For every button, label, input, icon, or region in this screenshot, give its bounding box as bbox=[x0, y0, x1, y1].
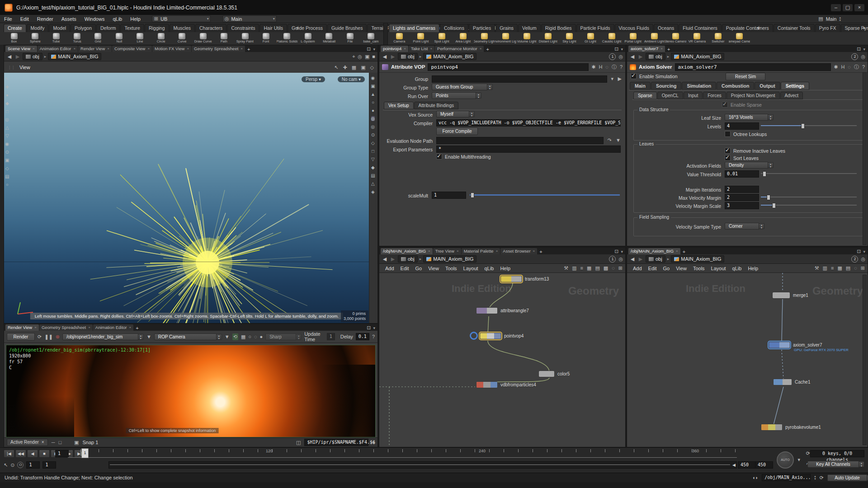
pane-tab[interactable]: Animation Editor× bbox=[93, 324, 133, 331]
velocity-sample-type-dropdown[interactable]: Corner▴▾ bbox=[725, 223, 764, 230]
pick-arrow-icon[interactable]: ▶ bbox=[618, 76, 622, 82]
view-icon[interactable]: ◉ bbox=[371, 75, 375, 80]
snapshot-icon[interactable]: ◎ bbox=[358, 54, 362, 60]
param-tab[interactable]: Settings bbox=[781, 82, 809, 90]
target-icon[interactable]: ◎ bbox=[618, 54, 623, 60]
maximize-button[interactable]: ▢ bbox=[843, 4, 853, 11]
pane-tab[interactable]: Tree View× bbox=[433, 248, 461, 254]
help-icon[interactable]: ? bbox=[862, 64, 865, 70]
enable-sparse-checkbox[interactable]: Enable Sparse bbox=[722, 102, 762, 108]
shelf-overflow-icon[interactable]: ▾ bbox=[863, 25, 865, 31]
node-cache1[interactable]: Cache1 bbox=[773, 379, 810, 385]
shelf-tool[interactable]: Font bbox=[255, 33, 276, 45]
breadcrumb-root[interactable]: obj bbox=[646, 255, 665, 263]
menu-item[interactable]: Edit bbox=[16, 16, 33, 22]
compiler-field[interactable]: vcc -q $VOP_INCLUDEPATH -o $VOP_OBJECTFI… bbox=[436, 119, 621, 127]
display-icon[interactable]: ▥ bbox=[572, 265, 576, 271]
node-name-field[interactable]: pointvop4 bbox=[428, 63, 589, 71]
minus-icon[interactable]: ─ bbox=[52, 440, 55, 445]
shelf-tab[interactable]: Oceans bbox=[654, 24, 678, 32]
shelf-tab[interactable]: Vellum bbox=[518, 24, 541, 32]
shelf-tool[interactable]: Torus bbox=[66, 33, 87, 45]
shelf-tool[interactable]: Distant Light bbox=[538, 33, 559, 45]
transport-button[interactable]: ◀◀ bbox=[15, 450, 26, 458]
velocity-margin-scale-field[interactable]: 3 bbox=[725, 202, 759, 209]
autokey-menu-icon[interactable]: ▾ bbox=[797, 457, 800, 463]
scrollbar[interactable] bbox=[863, 72, 867, 245]
shelf-tool[interactable]: Spray Paint bbox=[235, 33, 255, 45]
back-icon[interactable]: ◀ bbox=[382, 256, 388, 262]
view-icon[interactable]: ● bbox=[372, 108, 374, 113]
refresh-icon[interactable]: ⟳ bbox=[820, 475, 824, 481]
target-icon[interactable]: ◎ bbox=[861, 54, 865, 60]
breadcrumb-root[interactable]: obj bbox=[398, 255, 418, 263]
frame-ruler[interactable]: 1 120 240 360 bbox=[68, 449, 737, 458]
levels-slider[interactable] bbox=[761, 122, 857, 128]
close-tab-icon[interactable]: × bbox=[241, 47, 243, 51]
menu-item[interactable]: qLib bbox=[108, 16, 126, 22]
camera-selector[interactable]: ROP Camera▴▾ bbox=[154, 333, 222, 340]
param-tab[interactable]: Input bbox=[684, 92, 703, 99]
magnify-icon[interactable]: ◌ bbox=[254, 334, 257, 339]
auto-update-dropdown[interactable]: Auto Update▴▾ bbox=[827, 474, 868, 481]
node-pick-icon[interactable]: ▼ bbox=[146, 334, 151, 339]
tool-icon[interactable]: ⊙ bbox=[5, 150, 9, 155]
display-options-icon[interactable]: ■ bbox=[372, 54, 375, 59]
tool-icon[interactable]: ↖ bbox=[5, 76, 9, 81]
network-menu-item[interactable]: Layout bbox=[708, 266, 729, 271]
node-pick-icon[interactable]: ▼ bbox=[616, 137, 621, 143]
network-canvas[interactable]: Indie Edition Geometry transform13 attri… bbox=[379, 273, 625, 447]
rop-selector[interactable]: /obj/ropnet1/render_big_sim▴▾ bbox=[62, 333, 144, 340]
tool-icon[interactable]: ◉ bbox=[5, 141, 9, 146]
back-icon[interactable]: ◀ bbox=[629, 54, 636, 60]
shelf-tool[interactable]: Camera bbox=[389, 33, 410, 45]
eval-node-path-field[interactable] bbox=[436, 137, 604, 144]
tool-icon[interactable]: ● bbox=[6, 93, 9, 98]
close-tab-icon[interactable]: × bbox=[660, 47, 663, 51]
wrench-icon[interactable]: ⚒ bbox=[815, 265, 819, 271]
shelf-tool[interactable]: Spot Light bbox=[431, 33, 453, 45]
shelf-tool[interactable]: Volume Light bbox=[516, 33, 538, 45]
add-pane-tab[interactable]: + bbox=[538, 249, 544, 254]
close-tab-icon[interactable]: × bbox=[533, 249, 535, 253]
shelf-tool[interactable]: Area Light bbox=[453, 33, 474, 45]
shelf-tool[interactable]: Ambient Light bbox=[644, 33, 665, 45]
key-all-channels-dropdown[interactable]: Key All Channels▴▾ bbox=[807, 461, 864, 468]
pin-icon[interactable]: ⌖ bbox=[352, 54, 355, 60]
shelf-tab[interactable]: Particle Fluids bbox=[576, 24, 614, 32]
houdini-help-icon[interactable]: H bbox=[599, 64, 602, 70]
range-start-field[interactable]: 1 bbox=[26, 461, 40, 469]
message-bubble-icon[interactable]: ◖◗ bbox=[752, 475, 758, 480]
playhead[interactable]: 1 bbox=[81, 448, 89, 458]
transport-button[interactable]: ◀ bbox=[27, 450, 38, 458]
slider-handle[interactable] bbox=[772, 203, 776, 208]
close-tab-icon[interactable]: × bbox=[430, 47, 432, 51]
forward-icon[interactable]: ▶ bbox=[637, 54, 644, 60]
minimize-button[interactable]: – bbox=[831, 4, 841, 11]
current-frame-field[interactable]: 1 bbox=[55, 450, 69, 457]
shelf-tab[interactable]: Texture bbox=[120, 24, 144, 32]
shelf-tool[interactable]: Platonic Solids bbox=[277, 33, 297, 45]
display-icon[interactable]: ▥ bbox=[823, 265, 827, 271]
shelf-tool[interactable]: Caustic Light bbox=[601, 33, 623, 45]
value-threshold-field[interactable]: 0.01 bbox=[725, 170, 759, 178]
forward-icon[interactable]: ▶ bbox=[390, 256, 396, 262]
network-menu-item[interactable]: Add bbox=[382, 266, 397, 271]
bulb-icon[interactable]: ○ bbox=[248, 334, 251, 339]
layout-selector[interactable]: ⊞ UB ▾ bbox=[152, 15, 211, 22]
close-tab-icon[interactable]: × bbox=[457, 249, 459, 253]
view-icon[interactable]: ◈ bbox=[371, 189, 375, 194]
snapshot-path-field[interactable]: $HIP/ipr/$SNAPNAME.$F4.$$ bbox=[304, 439, 368, 446]
node-transform13[interactable]: transform13 bbox=[500, 276, 549, 282]
shelf-tab[interactable]: Muscles bbox=[170, 24, 195, 32]
network-menu-item[interactable]: Edit bbox=[645, 266, 660, 271]
node-vdbfromparticles4[interactable]: vdbfromparticles4 bbox=[476, 381, 536, 388]
tool-icon[interactable]: □ bbox=[6, 109, 9, 114]
node-attribwrangle7[interactable]: attribwrangle7 bbox=[476, 307, 529, 314]
close-tab-icon[interactable]: × bbox=[187, 47, 189, 51]
network-menu-item[interactable]: View bbox=[425, 266, 442, 271]
max-velocity-margin-slider[interactable] bbox=[761, 194, 857, 200]
enable-simulation-checkbox[interactable]: Enable Simulation bbox=[631, 73, 678, 79]
tool-icon[interactable]: ▤ bbox=[5, 174, 9, 179]
transport-button[interactable]: ■ bbox=[39, 450, 50, 458]
